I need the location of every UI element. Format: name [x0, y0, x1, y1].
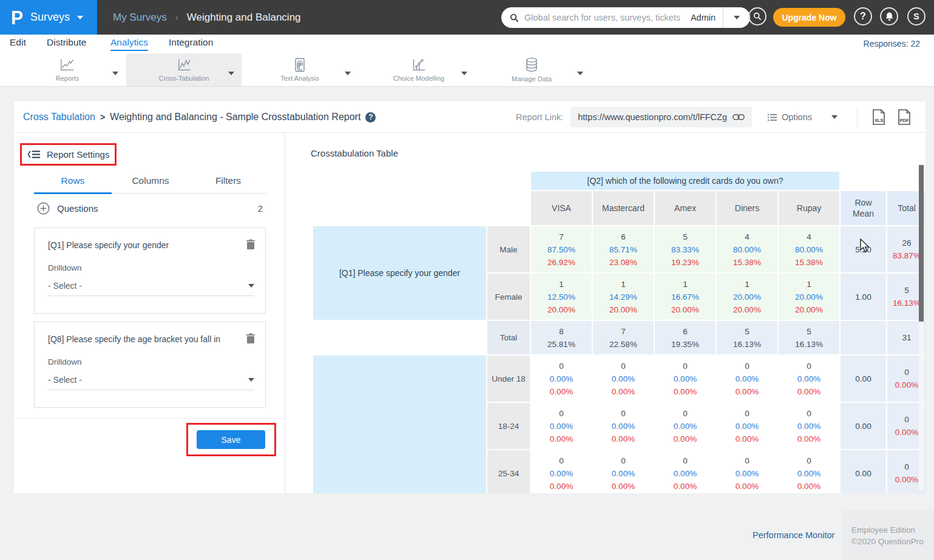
export-xls-button[interactable]: XLS: [871, 109, 886, 126]
tab-analytics[interactable]: Analytics: [110, 37, 148, 51]
delete-question-button[interactable]: [246, 333, 255, 344]
report-settings-toggle[interactable]: Report Settings: [20, 143, 117, 166]
data-cell: 00.00%0.00%: [717, 356, 777, 402]
options-dropdown[interactable]: [821, 115, 848, 119]
data-cell: 00.00%0.00%: [655, 450, 716, 493]
tab-distribute[interactable]: Distribute: [47, 37, 86, 48]
report-link-pill[interactable]: https://www.questionpro.com/t/lFFCZg: [570, 107, 752, 127]
data-cell: 120.00%20.00%: [779, 274, 839, 320]
data-cell: 480.00%15.38%: [779, 226, 839, 272]
column-header-amex: Amex: [655, 191, 716, 225]
add-question-button[interactable]: [37, 202, 50, 215]
divider: [14, 418, 285, 419]
drilldown-select-value: - Select -: [48, 375, 82, 385]
vertical-scrollbar[interactable]: [919, 165, 924, 322]
data-cell: 00.00%0.00%: [531, 403, 592, 449]
toolbar-item-text-analysis[interactable]: Text Analysis: [269, 53, 330, 86]
data-cell: 516.13%: [779, 321, 839, 354]
row-mean-cell: 0.00: [841, 450, 886, 493]
notifications-button[interactable]: [880, 7, 898, 25]
toolbar-item-reports[interactable]: Reports: [37, 53, 98, 86]
upgrade-now-button[interactable]: Upgrade Now: [773, 8, 845, 27]
options-button[interactable]: Options: [768, 112, 812, 122]
tab-filters[interactable]: Filters: [189, 170, 267, 193]
edition-copyright: ©2020 QuestionPro: [851, 536, 934, 547]
row-mean-cell: [841, 321, 886, 354]
row-mean-cell: 0.00: [841, 403, 886, 449]
reports-dropdown[interactable]: [112, 67, 118, 78]
data-cell: 114.29%20.00%: [593, 274, 654, 320]
link-icon: [733, 113, 745, 121]
report-card: Cross Tabulation > Weighting and Balanci…: [14, 101, 926, 493]
line-chart-icon: [59, 58, 75, 72]
drilldown-label: Drilldown: [48, 263, 253, 272]
edition-name: Employee Edition: [851, 524, 934, 536]
data-cell: 516.13%: [717, 321, 777, 354]
breadcrumb-my-surveys[interactable]: My Surveys: [113, 12, 167, 24]
report-link-url[interactable]: https://www.questionpro.com/t/lFFCZg: [578, 112, 727, 122]
column-header-row-mean: Row Mean: [841, 191, 886, 225]
report-header-bar: Cross Tabulation > Weighting and Balanci…: [14, 101, 926, 133]
data-cell: 583.33%19.23%: [655, 226, 716, 272]
report-help-icon[interactable]: ?: [365, 112, 376, 123]
search-submit-button[interactable]: [748, 7, 766, 25]
drilldown-select[interactable]: - Select -: [48, 375, 254, 390]
top-bar: P Surveys My Surveys › Weighting and Bal…: [0, 0, 934, 35]
export-pdf-button[interactable]: PDF: [897, 109, 912, 126]
drilldown-select[interactable]: - Select -: [48, 281, 254, 296]
data-cell: 787.50%26.92%: [531, 226, 592, 272]
tab-edit[interactable]: Edit: [10, 37, 26, 48]
cross-tabulation-dropdown[interactable]: [228, 67, 234, 78]
cross-tabulation-breadcrumb-link[interactable]: Cross Tabulation: [23, 112, 95, 123]
text-analysis-dropdown[interactable]: [345, 67, 351, 78]
pdf-label: PDF: [900, 118, 909, 123]
column-header-diners: Diners: [717, 191, 777, 225]
settings-tabs: Rows Columns Filters: [34, 170, 267, 194]
toolbar-item-manage-data[interactable]: Manage Data: [501, 53, 562, 86]
data-cell: 00.00%0.00%: [593, 356, 654, 402]
surveys-menu[interactable]: P Surveys: [0, 0, 97, 35]
crosstab-area: Crosstabulation Table [Q2] which of the …: [285, 133, 926, 493]
avatar[interactable]: S: [907, 7, 926, 25]
search-icon: [510, 13, 519, 22]
choice-modelling-dropdown[interactable]: [461, 67, 467, 78]
report-title: Weighting and Balancing - Sample Crossta…: [110, 112, 360, 123]
tab-columns[interactable]: Columns: [112, 170, 189, 193]
toolbar-item-cross-tabulation[interactable]: Cross-Tabulation: [126, 53, 242, 86]
help-button[interactable]: ?: [854, 7, 872, 25]
avatar-initial: S: [913, 12, 919, 21]
drilldown-select-value: - Select -: [48, 281, 82, 291]
data-cell: 120.00%20.00%: [717, 274, 777, 320]
column-header-visa: VISA: [531, 191, 592, 225]
search-scope-label: Admin: [686, 13, 723, 22]
global-search-input[interactable]: Global search for users, surveys, ticket…: [501, 7, 750, 28]
performance-monitor-link[interactable]: Performance Monitor: [753, 530, 834, 540]
document-icon: [293, 58, 306, 72]
tab-integration[interactable]: Integration: [169, 37, 213, 48]
chevron-down-icon: [248, 378, 254, 382]
tab-rows[interactable]: Rows: [34, 170, 112, 194]
manage-data-dropdown[interactable]: [577, 67, 583, 78]
responses-count: Responses: 22: [864, 39, 920, 49]
delete-question-button[interactable]: [246, 239, 255, 250]
row-label-total: Total: [487, 321, 530, 354]
drilldown-label: Drilldown: [48, 357, 253, 366]
save-button[interactable]: Save: [197, 430, 265, 449]
data-cell: 00.00%0.00%: [531, 450, 592, 493]
toolbar-item-choice-modelling[interactable]: Choice Modelling: [385, 53, 452, 86]
questions-count: 2: [258, 203, 263, 214]
search-placeholder: Global search for users, surveys, ticket…: [524, 13, 686, 22]
data-cell: 00.00%0.00%: [717, 450, 777, 493]
row-label-male: Male: [487, 226, 530, 272]
search-scope-dropdown[interactable]: [723, 7, 750, 28]
list-icon: [768, 113, 777, 121]
row-mean-cell: 1.00: [841, 274, 886, 320]
row-mean-cell: 0.00: [841, 356, 886, 402]
edition-box: Employee Edition ©2020 QuestionPro: [842, 510, 934, 560]
question-mark-icon: ?: [860, 11, 866, 22]
divider: [857, 107, 858, 127]
database-icon: [524, 57, 539, 73]
search-icon: [753, 12, 762, 21]
data-cell: 00.00%0.00%: [655, 356, 716, 402]
column-header-mastercard: Mastercard: [593, 191, 654, 225]
